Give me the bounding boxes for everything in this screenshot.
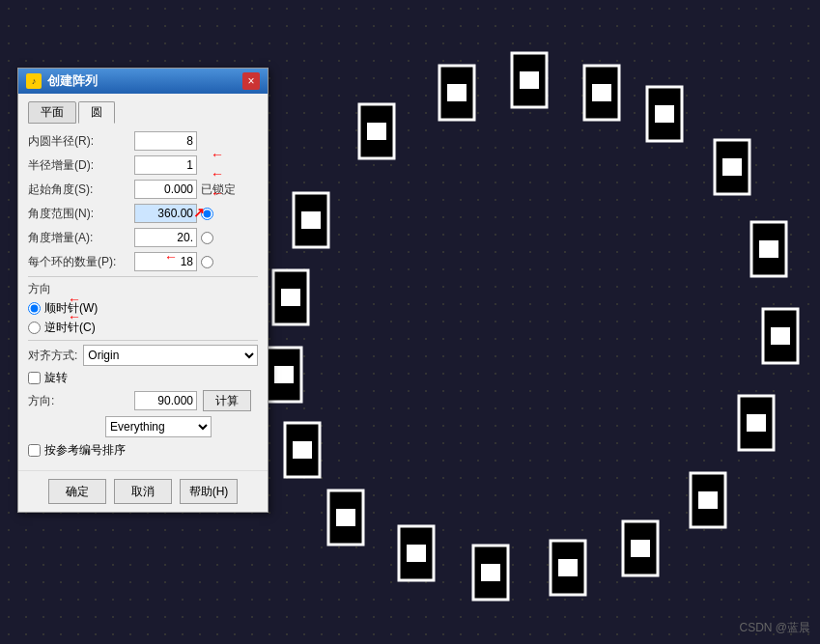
direction-angle-row: 方向: 计算: [28, 390, 258, 411]
radius-increment-row: 半径增量(D):: [28, 155, 258, 175]
svg-rect-1: [367, 123, 386, 140]
items-per-ring-input[interactable]: [134, 252, 197, 271]
svg-rect-33: [274, 366, 294, 383]
svg-rect-19: [698, 491, 718, 509]
everything-select[interactable]: Everything Selected All: [105, 416, 212, 437]
clockwise-row: 顺时针(W): [28, 300, 258, 317]
direction-section: 方向 顺时针(W) 逆时针(C): [28, 281, 258, 336]
inner-radius-row: 内圆半径(R):: [28, 131, 258, 151]
clockwise-label: 顺时针(W): [44, 300, 98, 317]
cancel-button[interactable]: 取消: [114, 479, 172, 504]
angle-range-input[interactable]: [134, 204, 197, 223]
svg-rect-25: [481, 564, 500, 581]
counterclockwise-label: 逆时针(C): [44, 320, 96, 336]
start-angle-row: 起始角度(S): 已锁定: [28, 180, 258, 199]
counterclockwise-radio[interactable]: [28, 322, 41, 334]
sort-checkbox-row: 按参考编号排序: [28, 442, 258, 459]
locked-text: 已锁定: [201, 182, 236, 198]
direction-angle-input[interactable]: [134, 391, 197, 410]
svg-rect-9: [655, 105, 674, 123]
sort-checkbox[interactable]: [28, 444, 41, 457]
svg-rect-13: [759, 240, 778, 258]
svg-rect-3: [447, 84, 467, 101]
dialog-body: 平面 圆 内圆半径(R): 半径增量(D): 起始角度(S): 已锁定 角度范围…: [18, 94, 268, 470]
svg-rect-7: [592, 84, 611, 101]
svg-rect-23: [558, 559, 578, 576]
svg-rect-5: [520, 71, 539, 89]
svg-rect-21: [631, 540, 650, 557]
svg-rect-37: [301, 211, 321, 229]
svg-rect-27: [407, 545, 426, 562]
title-icon: ♪: [26, 73, 42, 89]
angle-increment-input[interactable]: [134, 228, 197, 247]
dialog-footer: 确定 取消 帮助(H): [18, 470, 268, 512]
component-group: [267, 53, 798, 600]
start-angle-label: 起始角度(S):: [28, 182, 134, 198]
rotate-row: 旋转: [28, 370, 258, 386]
dialog-titlebar: ♪ 创建阵列 ×: [18, 69, 268, 94]
align-label: 对齐方式:: [28, 348, 77, 364]
angle-increment-label: 角度增量(A):: [28, 230, 134, 246]
dialog-title: 创建阵列: [47, 72, 98, 90]
items-per-ring-radio[interactable]: [201, 256, 213, 268]
help-button[interactable]: 帮助(H): [180, 479, 238, 504]
rotate-checkbox[interactable]: [28, 372, 41, 384]
create-array-dialog: ♪ 创建阵列 × 平面 圆 内圆半径(R): 半径增量(D): 起始角度(S):…: [17, 68, 269, 513]
angle-range-radio[interactable]: [201, 208, 213, 220]
close-button[interactable]: ×: [242, 72, 260, 90]
angle-increment-row: 角度增量(A):: [28, 228, 258, 247]
dialog-title-area: ♪ 创建阵列: [26, 72, 98, 90]
angle-increment-radio[interactable]: [201, 232, 213, 244]
rotate-label: 旋转: [44, 370, 68, 386]
svg-rect-35: [281, 289, 300, 306]
align-select[interactable]: Origin Left Center Right: [83, 345, 258, 366]
radius-increment-label: 半径增量(D):: [28, 157, 134, 174]
align-row: 对齐方式: Origin Left Center Right: [28, 345, 258, 366]
svg-rect-11: [722, 158, 742, 176]
svg-rect-31: [293, 441, 312, 459]
inner-radius-input[interactable]: [134, 131, 197, 151]
everything-row: Everything Selected All: [28, 416, 258, 437]
svg-rect-29: [336, 509, 355, 526]
direction-title: 方向: [28, 281, 258, 297]
direction-angle-label: 方向:: [28, 393, 134, 409]
inner-radius-label: 内圆半径(R):: [28, 133, 134, 150]
svg-rect-17: [747, 414, 766, 432]
radius-increment-input[interactable]: [134, 155, 197, 175]
tab-circle[interactable]: 圆: [78, 101, 115, 124]
angle-range-row: 角度范围(N):: [28, 204, 258, 223]
calc-button[interactable]: 计算: [203, 390, 251, 411]
counterclockwise-row: 逆时针(C): [28, 320, 258, 336]
tab-plane[interactable]: 平面: [28, 101, 76, 124]
ok-button[interactable]: 确定: [48, 479, 106, 504]
start-angle-input[interactable]: [134, 180, 197, 199]
svg-rect-15: [771, 327, 790, 345]
sort-label: 按参考编号排序: [44, 442, 126, 459]
items-per-ring-label: 每个环的数量(P):: [28, 254, 134, 270]
tab-row: 平面 圆: [28, 101, 258, 124]
items-per-ring-row: 每个环的数量(P):: [28, 252, 258, 271]
angle-range-label: 角度范围(N):: [28, 206, 134, 222]
clockwise-radio[interactable]: [28, 302, 41, 315]
